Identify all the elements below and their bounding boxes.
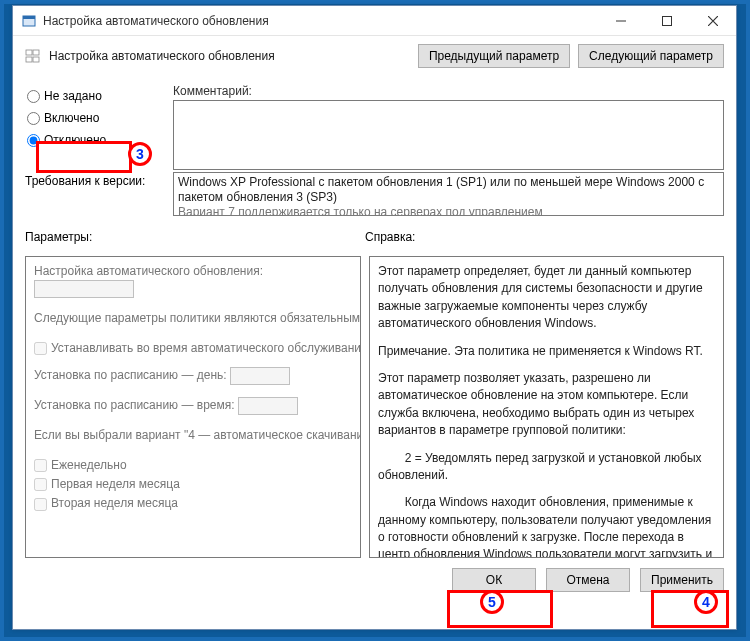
- chk-first-week: Первая неделя месяца: [34, 476, 352, 493]
- chk-first-week-input: [34, 478, 47, 491]
- version-req-row: Требования к версии: Windows XP Professi…: [25, 172, 724, 216]
- params-label: Параметры:: [25, 230, 365, 244]
- help-p3: Этот параметр позволяет указать, разреше…: [378, 370, 715, 440]
- chk-maintenance-input: [34, 342, 47, 355]
- help-p4: 2 = Уведомлять перед загрузкой и установ…: [378, 450, 715, 485]
- radio-not-configured[interactable]: Не задано: [25, 86, 155, 106]
- window-icon: [21, 13, 37, 29]
- requirements-line2: Вариант 7 поддерживается только на серве…: [178, 205, 719, 216]
- ok-button[interactable]: ОК: [452, 568, 536, 592]
- requirements-box[interactable]: Windows XP Professional с пакетом обновл…: [173, 172, 724, 216]
- header-row: Настройка автоматического обновления Пре…: [13, 36, 736, 76]
- help-panel[interactable]: Этот параметр определяет, будет ли данны…: [369, 256, 724, 558]
- minimize-button[interactable]: [598, 6, 644, 36]
- close-button[interactable]: [690, 6, 736, 36]
- params-panel[interactable]: Настройка автоматического обновления: Сл…: [25, 256, 361, 558]
- panels: Настройка автоматического обновления: Сл…: [25, 256, 724, 558]
- chk-maintenance: Устанавливать во время автоматического о…: [34, 340, 352, 357]
- requirements-line1: Windows XP Professional с пакетом обновл…: [178, 175, 719, 205]
- window-controls: [598, 6, 736, 36]
- comment-textarea[interactable]: [173, 100, 724, 170]
- cancel-button[interactable]: Отмена: [546, 568, 630, 592]
- next-setting-button[interactable]: Следующий параметр: [578, 44, 724, 68]
- params-policy-note: Следующие параметры политики являются об…: [34, 310, 352, 327]
- chk-weekly-label: Еженедельно: [51, 457, 127, 474]
- schedule-time-select: [238, 397, 298, 415]
- chk-second-week-label: Вторая неделя месяца: [51, 495, 178, 512]
- chk-weekly-input: [34, 459, 47, 472]
- svg-rect-5: [26, 57, 32, 62]
- chk-first-week-label: Первая неделя месяца: [51, 476, 180, 493]
- radio-not-configured-input[interactable]: [27, 90, 40, 103]
- svg-rect-1: [23, 16, 35, 19]
- variant4-note: Если вы выбрали вариант "4 — автоматичес…: [34, 427, 352, 444]
- requirements-label: Требования к версии:: [25, 172, 155, 216]
- schedule-day-select: [230, 367, 290, 385]
- chk-maintenance-label: Устанавливать во время автоматического о…: [51, 340, 361, 357]
- annotation-box-disabled-radio: [36, 141, 132, 173]
- comment-col: Комментарий:: [173, 84, 724, 170]
- svg-rect-6: [33, 57, 39, 62]
- chk-weekly: Еженедельно: [34, 457, 352, 474]
- annotation-marker-3: 3: [128, 142, 152, 166]
- chk-second-week: Вторая неделя месяца: [34, 495, 352, 512]
- maximize-button[interactable]: [644, 6, 690, 36]
- svg-rect-3: [26, 50, 32, 55]
- dialog-window: Настройка автоматического обновления Нас…: [12, 5, 737, 630]
- params-title: Настройка автоматического обновления:: [34, 264, 263, 278]
- footer: ОК Отмена Применить: [13, 558, 736, 602]
- window-title: Настройка автоматического обновления: [43, 14, 598, 28]
- svg-rect-2: [663, 16, 672, 25]
- annotation-box-apply: [651, 590, 729, 628]
- radio-enabled-label: Включено: [44, 111, 99, 125]
- radio-not-configured-label: Не задано: [44, 89, 102, 103]
- previous-setting-button[interactable]: Предыдущий параметр: [418, 44, 570, 68]
- page-title: Настройка автоматического обновления: [49, 49, 410, 63]
- apply-button[interactable]: Применить: [640, 568, 724, 592]
- schedule-time-label: Установка по расписанию — время:: [34, 398, 235, 412]
- radio-enabled[interactable]: Включено: [25, 108, 155, 128]
- annotation-marker-4: 4: [694, 590, 718, 614]
- schedule-day-label: Установка по расписанию — день:: [34, 368, 227, 382]
- update-mode-select: [34, 280, 134, 298]
- comment-label: Комментарий:: [173, 84, 724, 98]
- titlebar: Настройка автоматического обновления: [13, 6, 736, 36]
- panel-labels: Параметры: Справка:: [25, 230, 724, 244]
- chk-second-week-input: [34, 498, 47, 511]
- page-icon: [25, 48, 41, 64]
- radio-enabled-input[interactable]: [27, 112, 40, 125]
- svg-rect-4: [33, 50, 39, 55]
- annotation-marker-5: 5: [480, 590, 504, 614]
- help-p5: Когда Windows находит обновления, примен…: [378, 494, 715, 558]
- help-p2: Примечание. Эта политика не применяется …: [378, 343, 715, 360]
- help-p1: Этот параметр определяет, будет ли данны…: [378, 263, 715, 333]
- help-label: Справка:: [365, 230, 724, 244]
